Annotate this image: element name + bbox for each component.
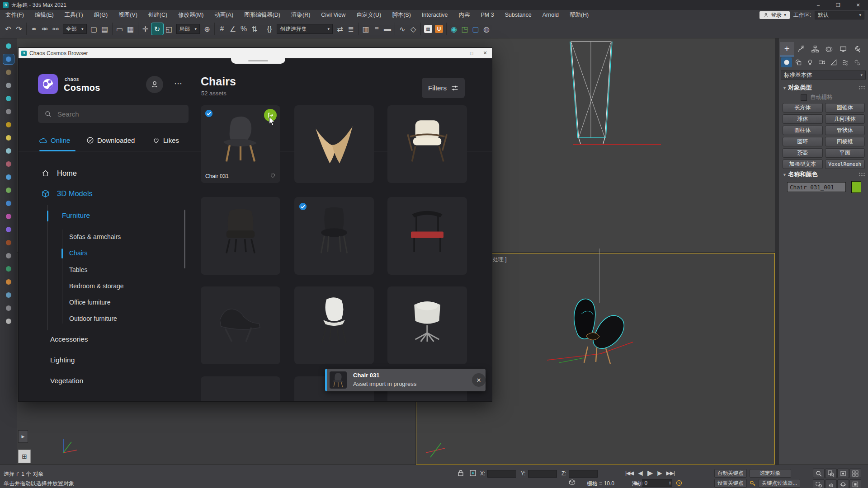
render-production-icon[interactable]: ◍ <box>481 22 492 36</box>
textplus-button[interactable]: 加强型文本 <box>783 160 823 169</box>
material-editor-icon[interactable]: ◉ <box>448 22 459 36</box>
more-menu-button[interactable]: ⋯ <box>174 79 182 89</box>
menu-scripting[interactable]: 脚本(S) <box>387 10 416 20</box>
menu-tools[interactable]: 工具(T) <box>59 10 89 20</box>
substance-icon[interactable]: U <box>435 25 443 33</box>
play-button[interactable]: ▶ <box>647 469 652 477</box>
undo-icon[interactable]: ↶ <box>3 22 14 36</box>
motion-tab[interactable] <box>822 42 836 56</box>
plane-button[interactable]: 平面 <box>825 148 865 158</box>
angle-snap-icon[interactable]: ∠ <box>227 22 238 36</box>
zoom-icon[interactable] <box>813 469 825 478</box>
left-toolbar-icon[interactable] <box>3 133 14 143</box>
redo-icon[interactable]: ↷ <box>14 22 24 36</box>
asset-card[interactable] <box>294 286 374 364</box>
left-toolbar-icon[interactable] <box>3 94 14 103</box>
workspace-dropdown[interactable]: 默认 ▾ <box>815 11 864 19</box>
schematic-view-icon[interactable]: ◇ <box>408 22 419 36</box>
account-button[interactable] <box>146 76 163 93</box>
menu-customize[interactable]: 自定义(U) <box>351 10 387 20</box>
curve-editor-icon[interactable]: ∿ <box>397 22 408 36</box>
left-toolbar-icon[interactable] <box>3 159 14 169</box>
current-frame-field[interactable]: 0 ▴ ▾ <box>642 479 672 487</box>
left-toolbar-icon[interactable] <box>3 251 14 261</box>
menu-modifiers[interactable]: 修改器(M) <box>173 10 209 20</box>
geosphere-button[interactable]: 几何球体 <box>825 114 865 124</box>
menu-civil-view[interactable]: Civil View <box>316 10 351 20</box>
rendered-frame-window-icon[interactable]: ▢ <box>470 22 481 36</box>
maximize-button[interactable]: ❐ <box>828 0 848 10</box>
systems-category-icon[interactable] <box>851 57 863 67</box>
close-button[interactable]: ✕ <box>848 0 868 10</box>
bind-to-space-warp-icon[interactable]: ⚯ <box>50 22 61 36</box>
z-coordinate-field[interactable] <box>569 470 598 478</box>
filters-button[interactable]: Filters <box>422 78 465 98</box>
sidebar-item-3d-models[interactable]: 3D Models <box>41 189 93 198</box>
login-button[interactable]: 登录 ▾ <box>760 11 790 19</box>
cloud-rendering-icon[interactable]: ▦ <box>424 25 432 33</box>
autogrid-row[interactable]: 自动栅格 <box>801 94 833 101</box>
sidebar-item-tables[interactable]: Tables <box>69 266 87 273</box>
menu-substance[interactable]: Substance <box>500 10 537 20</box>
minimize-button[interactable]: – <box>808 0 828 10</box>
next-frame-button[interactable]: |▶ <box>657 470 661 476</box>
key-icon[interactable] <box>750 480 756 487</box>
hierarchy-tab[interactable] <box>808 42 822 56</box>
lights-category-icon[interactable] <box>804 57 816 67</box>
sidebar-item-lighting[interactable]: Lighting <box>50 356 75 364</box>
scene-explorer-toggle-icon[interactable]: ▥ <box>360 22 371 36</box>
create-tab[interactable]: + <box>780 42 794 56</box>
menu-views[interactable]: 视图(V) <box>113 10 143 20</box>
sidebar-item-sofas-armchairs[interactable]: Sofas & armchairs <box>69 233 121 240</box>
left-toolbar-icon[interactable] <box>3 185 14 195</box>
edit-named-selection-sets-icon[interactable]: {} <box>264 22 275 36</box>
object-name-field[interactable] <box>787 182 846 192</box>
menu-animation[interactable]: 动画(A) <box>209 10 239 20</box>
select-and-link-icon[interactable]: ⚭ <box>28 22 39 36</box>
modify-tab[interactable] <box>794 42 808 56</box>
key-filters-button[interactable]: 关键点过滤器... <box>759 479 801 488</box>
object-type-rollout-header[interactable]: ▼ 对象类型 <box>783 84 865 92</box>
selected-objects-dropdown[interactable]: 选定对象 <box>750 469 791 478</box>
autogrid-checkbox[interactable] <box>801 94 807 101</box>
tab-online[interactable]: Online <box>39 136 70 144</box>
sidebar-item-outdoor-furniture[interactable]: Outdoor furniture <box>69 315 117 322</box>
cameras-category-icon[interactable] <box>816 57 827 67</box>
time-configuration-icon[interactable] <box>676 480 683 487</box>
asset-card[interactable] <box>294 197 374 275</box>
cosmos-minimize-button[interactable]: — <box>451 48 465 58</box>
left-toolbar-icon[interactable] <box>3 225 14 235</box>
percent-snap-icon[interactable]: % <box>238 22 249 36</box>
left-toolbar-icon[interactable] <box>3 211 14 221</box>
sidebar-item-chairs[interactable]: Chairs <box>69 249 87 257</box>
left-toolbar-icon[interactable] <box>3 316 14 326</box>
menu-rendering[interactable]: 渲染(R) <box>286 10 316 20</box>
left-toolbar-icon[interactable] <box>3 303 14 313</box>
asset-card[interactable] <box>201 376 280 402</box>
zoom-extents-all-icon[interactable] <box>849 469 861 478</box>
go-to-end-button[interactable]: ▶▶| <box>666 470 675 476</box>
asset-card[interactable] <box>387 197 467 275</box>
torus-button[interactable]: 圆环 <box>783 137 823 146</box>
left-toolbar-icon[interactable] <box>3 277 14 287</box>
align-icon[interactable]: ≣ <box>345 22 356 36</box>
search-box[interactable] <box>38 105 189 123</box>
zoom-region-icon[interactable] <box>813 479 825 488</box>
select-by-name-icon[interactable]: ▤ <box>99 22 110 36</box>
toast-close-button[interactable]: ✕ <box>472 373 486 387</box>
cosmos-maximize-button[interactable]: □ <box>465 48 478 58</box>
left-toolbar-icon[interactable] <box>3 290 14 300</box>
menu-edit[interactable]: 编辑(E) <box>29 10 59 20</box>
window-crossing-icon[interactable]: ▦ <box>125 22 136 36</box>
spinner-snap-icon[interactable]: ⇅ <box>249 22 260 36</box>
tab-likes[interactable]: Likes <box>152 136 179 144</box>
menu-arnold[interactable]: Arnold <box>537 10 564 20</box>
menu-content[interactable]: 内容 <box>453 10 476 20</box>
rectangular-selection-region-icon[interactable]: ▭ <box>114 22 125 36</box>
select-and-move-icon[interactable]: ✛ <box>140 22 151 36</box>
display-tab[interactable] <box>836 42 850 56</box>
left-toolbar-icon[interactable] <box>3 120 14 130</box>
zoom-extents-icon[interactable] <box>837 469 849 478</box>
zoom-all-views-icon[interactable] <box>825 469 837 478</box>
sidebar-item-office-furniture[interactable]: Office furniture <box>69 299 111 306</box>
